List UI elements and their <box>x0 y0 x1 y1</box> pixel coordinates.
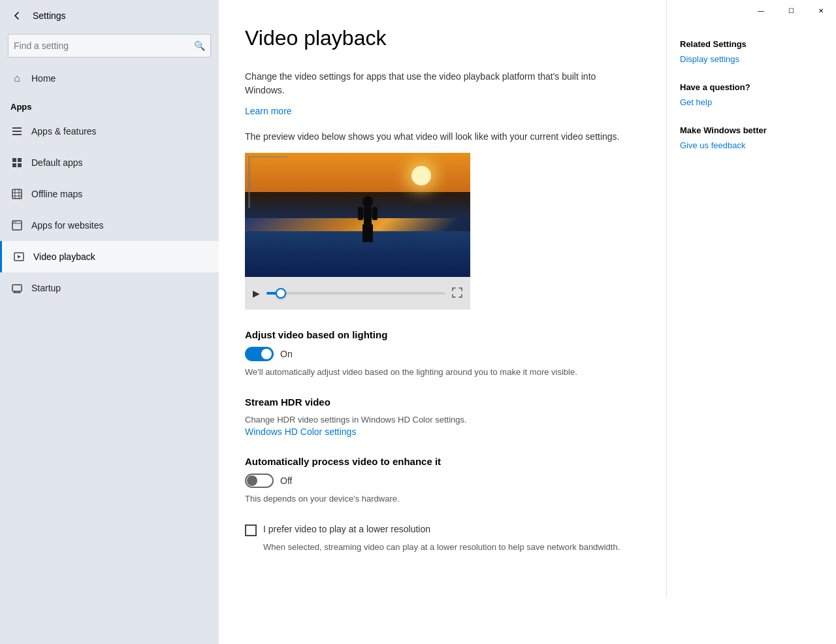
make-better-section: Make Windows better Give us feedback <box>680 125 823 150</box>
video-progress-bar[interactable] <box>266 292 445 295</box>
svg-rect-15 <box>358 207 363 220</box>
have-question-section: Have a question? Get help <box>680 82 823 107</box>
video-playback-icon <box>12 250 25 263</box>
lower-resolution-section: I prefer video to play at a lower resolu… <box>245 524 627 553</box>
video-controls: ▶ <box>245 277 470 310</box>
sidebar-item-video-playback[interactable]: Video playback <box>0 241 219 272</box>
offline-maps-icon <box>10 187 24 201</box>
window-controls: — ☐ ✕ <box>746 0 836 21</box>
sidebar-item-label: Offline maps <box>31 189 82 199</box>
sidebar-item-label: Video playback <box>33 251 95 262</box>
play-button[interactable]: ▶ <box>253 288 260 298</box>
stream-hdr-desc: Change HDR video settings in Windows HD … <box>245 414 627 426</box>
titlebar: Settings <box>0 0 219 31</box>
adjust-lighting-toggle-label: On <box>280 349 293 359</box>
svg-rect-7 <box>12 189 22 199</box>
toggle-knob <box>247 475 257 486</box>
adjust-lighting-toggle-row: On <box>245 347 627 361</box>
svg-rect-1 <box>12 131 22 132</box>
svg-rect-6 <box>18 163 22 167</box>
svg-rect-0 <box>12 127 22 129</box>
lower-resolution-label: I prefer video to play at a lower resolu… <box>263 524 430 534</box>
auto-process-title: Automatically process video to enhance i… <box>245 456 627 467</box>
stream-hdr-title: Stream HDR video <box>245 396 627 408</box>
sidebar-item-apps-features[interactable]: Apps & features <box>0 116 219 147</box>
make-better-title: Make Windows better <box>680 125 823 135</box>
svg-point-9 <box>14 221 15 223</box>
adjust-lighting-title: Adjust video based on lighting <box>245 329 627 340</box>
preview-text: The preview video below shows you what v… <box>245 130 627 144</box>
sidebar-item-offline-maps[interactable]: Offline maps <box>0 178 219 210</box>
minimize-button[interactable]: — <box>746 0 776 21</box>
svg-rect-5 <box>12 163 16 167</box>
svg-rect-3 <box>12 158 16 162</box>
main-inner: Video playback Change the video settings… <box>219 0 666 598</box>
sidebar-item-label: Apps for websites <box>31 220 104 231</box>
apps-features-icon <box>10 125 24 138</box>
display-settings-link[interactable]: Display settings <box>680 54 823 64</box>
apps-websites-icon <box>10 219 24 232</box>
maximize-button[interactable]: ☐ <box>776 0 806 21</box>
have-question-title: Have a question? <box>680 82 823 92</box>
lower-resolution-desc: When selected, streaming video can play … <box>245 541 627 553</box>
svg-point-10 <box>15 221 16 223</box>
video-preview <box>245 153 470 277</box>
sidebar-item-apps-websites[interactable]: Apps for websites <box>0 210 219 241</box>
home-icon: ⌂ <box>10 72 24 85</box>
sidebar-item-startup[interactable]: Startup <box>0 272 219 304</box>
windows-hd-color-link[interactable]: Windows HD Color settings <box>245 427 356 437</box>
default-apps-icon <box>10 156 24 169</box>
sidebar-item-label: Home <box>31 73 56 84</box>
svg-point-13 <box>362 196 373 208</box>
lower-resolution-checkbox[interactable] <box>245 524 257 536</box>
page-description: Change the video settings for apps that … <box>245 70 627 97</box>
learn-more-link[interactable]: Learn more <box>245 106 292 116</box>
auto-process-toggle[interactable] <box>245 474 274 488</box>
adjust-lighting-section: Adjust video based on lighting On We'll … <box>245 329 627 378</box>
sidebar-item-default-apps[interactable]: Default apps <box>0 147 219 178</box>
video-crane <box>248 156 287 208</box>
sidebar-item-label: Apps & features <box>31 126 97 137</box>
svg-rect-2 <box>12 134 22 135</box>
sidebar: Settings 🔍 ⌂ Home Apps Apps & features <box>0 0 219 644</box>
svg-rect-18 <box>368 224 373 242</box>
auto-process-toggle-label: Off <box>280 475 292 486</box>
startup-icon <box>10 282 24 295</box>
video-sun <box>411 166 431 185</box>
sidebar-item-label: Startup <box>31 283 61 293</box>
auto-process-toggle-row: Off <box>245 474 627 488</box>
back-button[interactable] <box>8 7 26 25</box>
svg-rect-14 <box>364 207 372 225</box>
close-button[interactable]: ✕ <box>806 0 836 21</box>
give-feedback-link[interactable]: Give us feedback <box>680 140 823 150</box>
search-icon[interactable]: 🔍 <box>194 40 205 51</box>
adjust-lighting-toggle[interactable] <box>245 347 274 361</box>
video-silhouette <box>351 195 384 254</box>
get-help-link[interactable]: Get help <box>680 97 823 107</box>
related-settings-title: Related Settings <box>680 39 823 49</box>
svg-rect-12 <box>12 285 22 291</box>
sidebar-item-home[interactable]: ⌂ Home <box>0 63 219 94</box>
toggle-knob <box>261 349 272 359</box>
search-box[interactable]: 🔍 <box>8 34 211 57</box>
section-label: Apps <box>0 94 219 116</box>
svg-rect-17 <box>362 224 368 242</box>
adjust-lighting-desc: We'll automatically adjust video based o… <box>245 366 627 378</box>
search-input[interactable] <box>14 40 194 51</box>
video-progress-thumb <box>276 288 286 298</box>
sidebar-item-label: Default apps <box>31 157 83 168</box>
svg-rect-16 <box>372 207 378 220</box>
video-player: ▶ <box>245 153 470 310</box>
svg-rect-4 <box>18 158 22 162</box>
auto-process-desc: This depends on your device's hardware. <box>245 493 627 505</box>
main-content-area: Video playback Change the video settings… <box>219 0 836 598</box>
right-panel: Related Settings Display settings Have a… <box>666 0 836 598</box>
main-content: — ☐ ✕ Video playback Change the video se… <box>219 0 836 644</box>
stream-hdr-section: Stream HDR video Change HDR video settin… <box>245 396 627 438</box>
related-settings-section: Related Settings Display settings <box>680 39 823 64</box>
page-title: Video playback <box>245 26 627 50</box>
fullscreen-button[interactable] <box>452 287 462 300</box>
app-title: Settings <box>33 10 66 21</box>
lower-resolution-checkbox-row: I prefer video to play at a lower resolu… <box>245 524 627 536</box>
auto-process-section: Automatically process video to enhance i… <box>245 456 627 505</box>
